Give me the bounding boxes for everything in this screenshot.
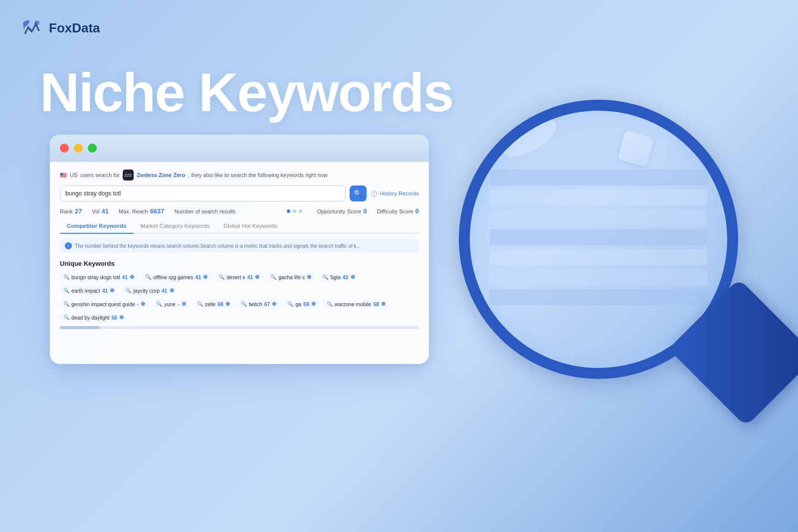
window-close-dot[interactable] [60,144,69,153]
lens-stripe [490,189,707,205]
keyword-vol: 41 [102,288,108,294]
add-icon[interactable]: ⊕ [272,301,276,307]
add-icon[interactable]: ⊕ [225,301,230,307]
keyword-chip[interactable]: 🔍 offline rpg games 41 ⊕ [142,272,211,282]
add-icon[interactable]: ⊕ [130,274,134,280]
keyword-chip[interactable]: 🔍 twitch 67 ⊕ [237,299,280,309]
country-label: US [70,172,77,178]
tab-competitor-label: Competitor Keywords [67,223,127,229]
main-title: Niche Keywords [40,65,453,120]
carousel-dot-3[interactable] [299,209,302,213]
search-icon: 🔍 [197,301,203,307]
history-label: History Records [380,190,419,196]
keyword-text: desert x [226,274,245,280]
rank-value: 27 [75,207,82,215]
lens-stripe [490,170,707,185]
search-input[interactable]: bungo stray dogs totl [60,185,346,201]
keyword-text: yune [164,301,176,307]
keyword-text: gacha life c [278,274,305,280]
keyword-vol: 41 [247,274,253,280]
search-row: bungo stray dogs totl 🔍 🕐 History Record… [60,185,419,201]
info-text: The number behind the keywords means sea… [75,243,361,249]
lens-stripe [490,289,707,305]
keyword-text: bungo stray dogs totl [71,274,120,280]
browser-window: 🇺🇸 US users search for ZZZ Zenless Zone … [50,135,429,364]
stat-opportunity: Opportunity Score 0 [317,207,367,215]
keyword-chip[interactable]: 🔍 desert x 41 ⊕ [215,272,263,282]
tab-competitor-keywords[interactable]: Competitor Keywords [60,220,134,234]
keyword-chip[interactable]: 🔍 dead by daylight 56 ⊕ [60,313,127,322]
keyword-vol: 41 [162,288,168,294]
magnifier-lens [459,100,738,379]
carousel-dot-2[interactable] [293,209,296,213]
carousel-dot-1[interactable] [287,209,290,213]
search-button[interactable]: 🔍 [350,185,367,201]
add-icon[interactable]: ⊕ [182,301,186,307]
keyword-chip[interactable]: 🔍 bungo stray dogs totl 41 ⊕ [60,272,138,282]
stat-rank: Rank 27 [60,207,82,215]
keyword-text: twitch [249,301,262,307]
keywords-row-1: 🔍 bungo stray dogs totl 41 ⊕ 🔍 offline r… [60,272,419,295]
maxreach-value: 6637 [150,207,165,215]
scrollbar-thumb[interactable] [60,326,100,329]
keyword-text: genshin impact quest guide [71,301,135,307]
app-name: Zenless Zone Zero [137,172,185,178]
keyword-chip[interactable]: 🔍 ga 59 ⊕ [284,299,319,309]
magnifier-handle [668,279,798,427]
tab-global-label: Global Hot Keywords [223,223,277,229]
keyword-chip[interactable]: 🔍 yune - ⊕ [153,299,189,309]
add-icon[interactable]: ⊕ [119,314,124,321]
keyword-text: earth impact [71,288,100,294]
add-icon[interactable]: ⊕ [381,301,386,307]
search-icon: 🔍 [354,189,362,197]
lens-stripe [490,249,707,265]
header: FoxData [20,16,100,40]
window-minimize-dot[interactable] [74,144,83,153]
keyword-chip[interactable]: 🔍 warzone mobile 58 ⊕ [323,299,389,309]
browser-titlebar [50,135,429,162]
tab-market-label: Market Category Keywords [141,223,210,229]
keyword-chip[interactable]: 🔍 zelle 68 ⊕ [194,299,233,309]
keyword-chip[interactable]: 🔍 gacha life c ⊕ [267,272,315,282]
keyword-vol: 67 [264,301,270,307]
corner-accent-decoration [617,130,654,167]
search-icon: 🔍 [322,274,328,280]
add-icon[interactable]: ⊕ [311,301,316,307]
keyword-chip[interactable]: 🔍 genshin impact quest guide - ⊕ [60,299,149,309]
keyword-text: jaycity corp [133,288,160,294]
keyword-chip[interactable]: 🔍 jaycity corp 41 ⊕ [122,286,177,295]
add-icon[interactable]: ⊕ [203,274,207,280]
opportunity-label: Opportunity Score [317,208,362,214]
tab-global-hot[interactable]: Global Hot Keywords [216,220,284,234]
difficulty-label: Difficulty Score [377,208,413,214]
add-icon[interactable]: ⊕ [351,274,355,280]
keyword-vol: 56 [111,315,117,321]
keyword-chip[interactable]: 🔍 earth impact 41 ⊕ [60,286,118,295]
lens-content [470,111,727,368]
keyword-text: offline rpg games [153,274,193,280]
search-description: 🇺🇸 US users search for ZZZ Zenless Zone … [60,170,419,180]
add-icon[interactable]: ⊕ [141,301,145,307]
tab-market-category[interactable]: Market Category Keywords [134,220,217,234]
info-bar: i The number behind the keywords means s… [60,239,419,253]
window-maximize-dot[interactable] [88,144,97,153]
keyword-chip[interactable]: 🔍 5gta 42 ⊕ [319,272,358,282]
stat-difficulty: Difficulty Score 0 [377,207,419,215]
search-icon: 🔍 [63,274,69,280]
app-icon: ZZZ [123,170,134,180]
add-icon[interactable]: ⊕ [307,274,311,280]
search-icon: 🔍 [63,301,69,307]
browser-content: 🇺🇸 US users search for ZZZ Zenless Zone … [50,162,429,337]
keywords-row-2: 🔍 genshin impact quest guide - ⊕ 🔍 yune … [60,299,419,322]
search-input-value: bungo stray dogs totl [65,190,121,197]
add-icon[interactable]: ⊕ [255,274,259,280]
add-icon[interactable]: ⊕ [110,287,114,294]
keyword-vol: 41 [196,274,201,280]
add-icon[interactable]: ⊕ [170,287,174,294]
flag-icon: 🇺🇸 [60,172,67,178]
lens-stripe [490,269,707,285]
stat-maxreach: Max. Reach 6637 [119,207,165,215]
lens-stripe [490,209,707,225]
history-records-button[interactable]: 🕐 History Records [371,190,419,197]
keyword-text: zelle [205,301,216,307]
